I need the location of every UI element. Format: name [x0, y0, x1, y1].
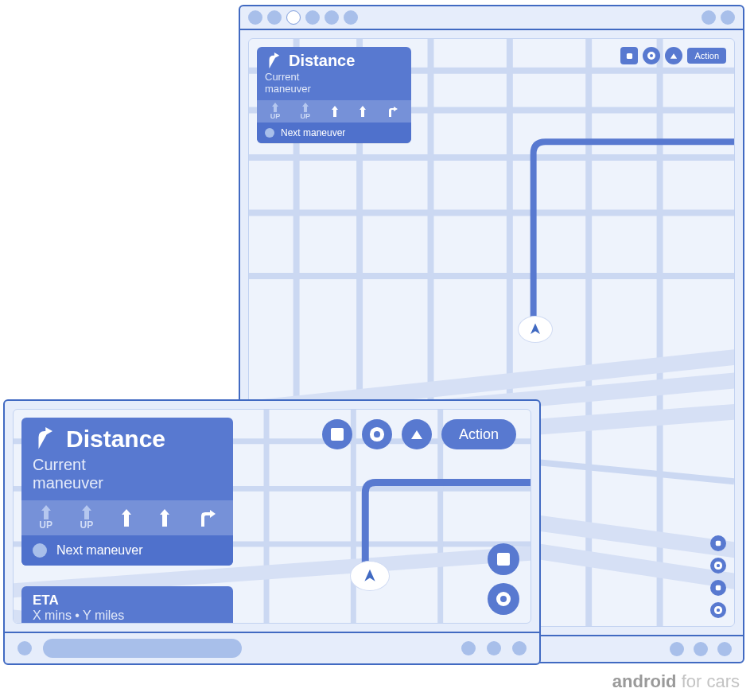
status-dot — [344, 10, 358, 25]
nav-dot[interactable] — [512, 641, 527, 655]
lane-indicator — [387, 106, 398, 117]
lane-indicator: UP — [39, 505, 52, 531]
lane-label: UP — [301, 112, 311, 120]
current-maneuver-text: Current maneuver — [21, 456, 233, 500]
action-button[interactable]: Action — [441, 419, 516, 449]
nav-dot[interactable] — [17, 641, 32, 655]
device-frame-landscape: Distance Current maneuver UP UP — [3, 399, 541, 665]
nav-dot[interactable] — [717, 642, 732, 656]
map-action-cluster: Action — [322, 419, 516, 449]
vehicle-arrow-icon — [362, 568, 378, 584]
lane-indicator: UP — [301, 103, 311, 120]
status-dot — [267, 10, 282, 25]
overview-button[interactable] — [665, 47, 682, 64]
eta-subtitle: X mins • Y miles — [33, 609, 222, 623]
stop-button[interactable] — [620, 47, 638, 64]
bullet-icon — [33, 543, 47, 558]
brand-watermark: android for cars — [612, 671, 740, 692]
map-control-button[interactable] — [710, 580, 726, 596]
lane-indicator — [359, 106, 367, 117]
vehicle-marker — [350, 561, 385, 596]
maneuver-card[interactable]: Distance Current maneuver UP UP — [21, 418, 233, 566]
action-button[interactable]: Action — [687, 48, 726, 64]
brand-rest: for cars — [677, 671, 740, 691]
arrow-up-icon — [271, 103, 279, 112]
status-dot-active — [286, 10, 301, 25]
arrow-up-icon — [359, 106, 367, 117]
recenter-button[interactable] — [643, 47, 660, 64]
status-dot — [721, 10, 735, 25]
lane-guidance-strip: UP UP — [21, 500, 233, 535]
status-dot — [325, 10, 339, 25]
nav-pill[interactable] — [43, 639, 242, 658]
arrow-up-icon — [331, 106, 339, 117]
map-side-controls — [710, 535, 726, 618]
map-control-button[interactable] — [710, 602, 726, 618]
lane-indicator — [121, 509, 132, 527]
zoom-controls — [488, 543, 519, 615]
zoom-in-button[interactable] — [488, 543, 519, 575]
status-dot — [702, 10, 716, 25]
map-control-button[interactable] — [710, 558, 726, 574]
next-maneuver-row[interactable]: Next maneuver — [257, 122, 411, 143]
maneuver-card[interactable]: Distance Current maneuver UP UP — [257, 47, 411, 143]
brand-bold: android — [612, 671, 677, 691]
lane-indicator — [198, 509, 216, 527]
nav-dot[interactable] — [670, 642, 684, 656]
lane-label: UP — [39, 519, 52, 531]
arrow-up-icon — [159, 509, 170, 527]
arrow-up-icon — [121, 509, 132, 527]
next-maneuver-text: Next maneuver — [56, 543, 143, 558]
lane-label: UP — [80, 519, 93, 531]
system-nav-bar — [5, 632, 539, 663]
status-dot — [248, 10, 262, 25]
lane-indicator — [331, 106, 339, 117]
lane-indicator: UP — [270, 103, 281, 120]
nav-dot[interactable] — [461, 641, 476, 655]
arrow-up-icon — [301, 103, 309, 112]
eta-card[interactable]: ETA X mins • Y miles — [21, 586, 233, 624]
nav-dot[interactable] — [487, 641, 501, 655]
status-dot — [305, 10, 320, 25]
map-action-cluster: Action — [620, 47, 726, 64]
map-control-button[interactable] — [710, 535, 726, 551]
next-maneuver-text: Next maneuver — [281, 127, 345, 138]
bullet-icon — [265, 128, 274, 138]
vehicle-marker — [518, 316, 553, 351]
lane-label: UP — [270, 112, 281, 120]
arrow-up-icon — [81, 505, 92, 519]
distance-label: Distance — [289, 52, 355, 70]
distance-label: Distance — [66, 426, 165, 453]
status-bar — [240, 6, 743, 30]
vehicle-arrow-icon — [528, 322, 542, 336]
next-maneuver-row[interactable]: Next maneuver — [21, 535, 233, 566]
arrow-right-icon — [198, 509, 216, 527]
lane-indicator: UP — [80, 505, 93, 531]
overview-button[interactable] — [402, 419, 432, 449]
stop-button[interactable] — [322, 419, 352, 449]
lane-indicator — [159, 509, 170, 527]
nav-dot[interactable] — [694, 642, 708, 656]
arrow-up-icon — [41, 505, 52, 519]
recenter-button[interactable] — [362, 419, 392, 449]
turn-right-icon — [33, 427, 56, 451]
eta-title: ETA — [33, 593, 222, 609]
zoom-out-button[interactable] — [488, 583, 519, 615]
current-maneuver-text: Current maneuver — [257, 72, 411, 100]
map-canvas[interactable]: Distance Current maneuver UP UP — [13, 409, 531, 624]
turn-right-icon — [265, 52, 282, 70]
lane-guidance-strip: UP UP — [257, 100, 411, 122]
arrow-right-icon — [387, 106, 398, 117]
